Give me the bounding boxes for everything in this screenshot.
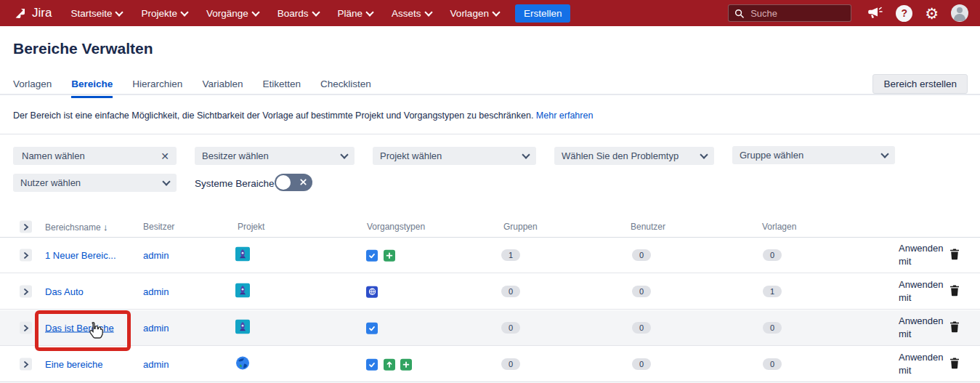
- apply-with-link[interactable]: Anwenden mit: [899, 278, 943, 305]
- table-row: 1 Neuer Bereic... admin 1 0 0 Anwenden m…: [0, 238, 980, 273]
- groups-count-badge: 0: [501, 286, 520, 297]
- delete-trash-icon[interactable]: [949, 285, 960, 299]
- filter-name[interactable]: ✕: [13, 147, 177, 165]
- chevron-down-icon: [162, 177, 170, 185]
- table-row: Eine bereiche admin 0 0 0 Anwenden mit: [0, 347, 980, 382]
- issuetype-plus-icon: [384, 249, 395, 261]
- header-vorgangstypen[interactable]: Vorgangstypen: [367, 222, 425, 232]
- area-name-link[interactable]: 1 Neuer Bereic...: [45, 250, 116, 261]
- chevron-down-icon: [340, 150, 348, 158]
- table-row-highlighted: Das ist Bereiche admin 0 0 0 Anwenden mi…: [0, 310, 980, 346]
- apply-with-link[interactable]: Anwenden mit: [899, 242, 943, 268]
- area-name-link[interactable]: Das Auto: [45, 286, 84, 297]
- gear-icon[interactable]: ⚙: [925, 6, 939, 21]
- nav-item-boards[interactable]: Boards: [278, 8, 319, 19]
- nav-item-plaene[interactable]: Pläne: [338, 8, 373, 19]
- tabs-divider: [0, 94, 980, 95]
- user-avatar[interactable]: [951, 4, 968, 22]
- chevron-down-icon: [522, 150, 530, 158]
- chevron-down-icon: [700, 150, 708, 158]
- search-icon: [734, 9, 744, 18]
- page-description: Der Bereich ist eine einfache Möglichkei…: [13, 110, 593, 121]
- row-expand-button[interactable]: [20, 358, 32, 371]
- system-areas-label: Systeme Beraiche: [195, 178, 275, 189]
- table-header: Bereichsname ↓ Besitzer Projekt Vorgangs…: [0, 217, 980, 237]
- apply-with-link[interactable]: Anwenden mit: [899, 351, 943, 377]
- jira-logo[interactable]: Jira: [13, 6, 52, 20]
- area-name-link[interactable]: Eine bereiche: [45, 359, 103, 370]
- nav-item-startseite[interactable]: Startseite: [70, 8, 122, 19]
- groups-count-badge: 0: [501, 322, 520, 334]
- users-count-badge: 0: [632, 322, 651, 334]
- issuetype-task-icon: [366, 249, 378, 261]
- filter-name-input[interactable]: [20, 150, 147, 162]
- app-canvas: Jira Startseite Projekte Vorgänge Boards…: [0, 0, 980, 383]
- row-expand-button[interactable]: [20, 322, 32, 334]
- table-row: Das Auto admin 0 0 1 Anwenden mit: [0, 274, 980, 310]
- chevron-right-icon: [23, 288, 29, 295]
- project-avatar-globe: [235, 356, 250, 373]
- delete-trash-icon[interactable]: [949, 358, 960, 371]
- header-benutzer[interactable]: Benutzer: [631, 222, 665, 232]
- row-expand-button[interactable]: [20, 286, 32, 298]
- create-button[interactable]: Erstellen: [515, 4, 571, 23]
- nav-item-projekte[interactable]: Projekte: [141, 8, 187, 19]
- project-avatar-rocket: [235, 283, 250, 300]
- chevron-down-icon: [251, 8, 259, 16]
- filter-group-select[interactable]: Gruppe wählen: [732, 146, 895, 164]
- filter-user-select[interactable]: Nutzer wählen: [13, 174, 177, 192]
- groups-count-badge: 0: [501, 358, 520, 370]
- create-area-button[interactable]: Bereich erstellen: [872, 74, 968, 94]
- help-icon[interactable]: ?: [896, 5, 912, 22]
- chevron-down-icon: [365, 8, 373, 16]
- system-areas-toggle[interactable]: [275, 174, 312, 191]
- header-projekt[interactable]: Projekt: [238, 222, 264, 232]
- owner-link[interactable]: admin: [143, 359, 169, 370]
- delete-trash-icon[interactable]: [949, 249, 960, 262]
- sort-desc-icon[interactable]: ↓: [103, 222, 108, 233]
- delete-trash-icon[interactable]: [949, 321, 960, 335]
- chevron-down-icon: [312, 8, 320, 16]
- megaphone-icon[interactable]: [866, 5, 883, 21]
- filter-project-select[interactable]: Projekt wählen: [373, 147, 536, 165]
- global-search[interactable]: [728, 4, 851, 22]
- apply-with-link[interactable]: Anwenden mit: [899, 315, 943, 341]
- search-input[interactable]: [749, 7, 832, 20]
- row-expand-button[interactable]: [20, 249, 32, 262]
- templates-count-badge: 0: [763, 358, 782, 370]
- chevron-down-icon: [424, 8, 432, 16]
- templates-count-badge: 1: [763, 286, 782, 297]
- users-count-badge: 0: [632, 286, 651, 297]
- jira-logo-text: Jira: [32, 6, 52, 20]
- clear-icon[interactable]: ✕: [161, 150, 169, 162]
- chevron-right-icon: [23, 324, 29, 331]
- nav-item-assets[interactable]: Assets: [392, 8, 432, 19]
- nav-item-vorgaenge[interactable]: Vorgänge: [206, 8, 259, 19]
- project-avatar-rocket: [235, 320, 250, 336]
- filter-issuetype-select[interactable]: Wählen Sie den Problemtyp: [554, 147, 714, 165]
- issuetype-task-icon: [366, 322, 378, 334]
- header-besitzer[interactable]: Besitzer: [143, 222, 174, 232]
- chevron-right-icon: [23, 223, 29, 230]
- header-gruppen[interactable]: Gruppen: [503, 222, 538, 232]
- filter-owner-select[interactable]: Besitzer wählen: [195, 147, 355, 165]
- nav-item-vorlagen[interactable]: Vorlagen: [450, 8, 499, 19]
- expand-all-button[interactable]: [20, 221, 32, 233]
- learn-more-link[interactable]: Mehr erfahren: [536, 110, 594, 121]
- page-title: Bereiche Verwalten: [13, 40, 153, 57]
- toggle-knob: [276, 175, 291, 190]
- avatar-head: [957, 7, 963, 13]
- header-vorlagen[interactable]: Vorlagen: [762, 222, 796, 232]
- header-bereichsname[interactable]: Bereichsname ↓: [45, 222, 108, 233]
- chevron-right-icon: [23, 360, 29, 368]
- jira-logo-icon: [13, 6, 28, 20]
- toggle-off-x-icon: [299, 178, 307, 186]
- chevron-down-icon: [880, 150, 888, 158]
- section-divider: [0, 134, 980, 134]
- owner-link[interactable]: admin: [143, 323, 169, 334]
- owner-link[interactable]: admin: [143, 250, 169, 261]
- owner-link[interactable]: admin: [143, 286, 169, 297]
- templates-count-badge: 0: [763, 322, 782, 334]
- area-name-link-hovered[interactable]: Das ist Bereiche: [45, 323, 114, 334]
- users-count-badge: 0: [632, 249, 651, 261]
